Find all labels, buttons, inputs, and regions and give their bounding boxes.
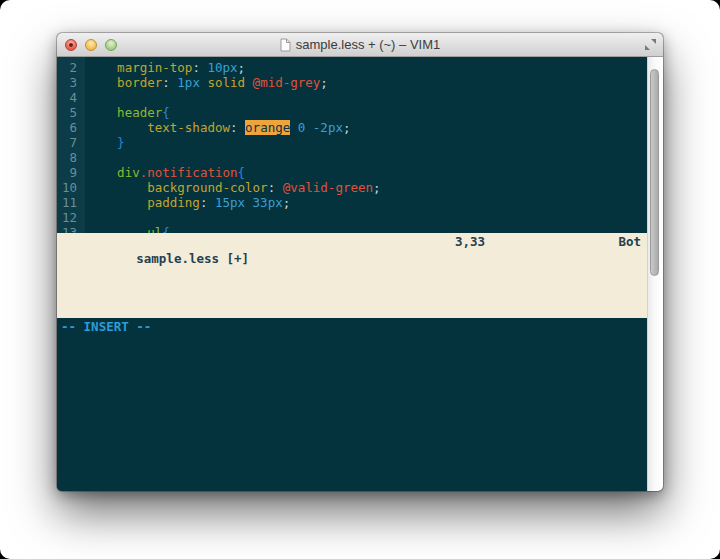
code-token: .notification — [140, 165, 238, 180]
code-token: header — [117, 105, 162, 120]
code-line[interactable]: 5 header{ — [57, 105, 647, 120]
code-line[interactable]: 2 margin-top: 10px; — [57, 60, 647, 75]
line-number: 6 — [57, 120, 77, 135]
code-token: margin-top — [117, 60, 192, 75]
scrollbar-track[interactable] — [647, 57, 663, 491]
scrollbar-thumb[interactable] — [650, 69, 659, 276]
line-number: 8 — [57, 150, 77, 165]
code-token: ; — [283, 195, 291, 210]
code-token: : — [162, 75, 177, 90]
code-token: solid — [207, 75, 245, 90]
code-line[interactable]: 9 div.notification{ — [57, 165, 647, 180]
code-token: { — [162, 225, 170, 233]
search-highlight: orange — [245, 120, 290, 135]
code-token: 15px 33px — [215, 195, 283, 210]
code-line[interactable]: 6 text-shadow: orange 0 -2px; — [57, 120, 647, 135]
code-line[interactable]: 13 ul{ — [57, 225, 647, 233]
line-number: 13 — [57, 225, 77, 233]
line-number: 12 — [57, 210, 77, 225]
code-token — [87, 135, 117, 150]
code-line[interactable]: 3 border: 1px solid @mid-grey; — [57, 75, 647, 90]
editor-column: 2 margin-top: 10px;3 border: 1px solid @… — [57, 57, 647, 491]
fullscreen-icon[interactable] — [644, 38, 657, 51]
code-token — [87, 75, 117, 90]
desktop-background: sample.less + (~) – VIM1 2 margin-top: 1… — [0, 0, 720, 559]
code-token: : — [192, 60, 207, 75]
code-token: { — [238, 165, 246, 180]
code-line[interactable]: 10 background-color: @valid-green; — [57, 180, 647, 195]
statusline-filename: sample.less [+] — [136, 251, 249, 266]
line-number: 7 — [57, 135, 77, 150]
vim-statusline: sample.less [+] 3,33 Bot — [57, 233, 647, 318]
code-token: ; — [343, 120, 351, 135]
window-title: sample.less + (~) – VIM1 — [296, 37, 441, 52]
code-token: div — [117, 165, 140, 180]
line-number: 3 — [57, 75, 77, 90]
line-number: 11 — [57, 195, 77, 210]
zoom-button[interactable] — [105, 39, 117, 51]
code-token: padding — [147, 195, 200, 210]
code-token: } — [117, 135, 125, 150]
code-line[interactable]: 4 — [57, 90, 647, 105]
statusline-ruler: 3,33 — [455, 233, 485, 250]
code-area[interactable]: 2 margin-top: 10px;3 border: 1px solid @… — [57, 57, 647, 233]
code-token: 1px — [177, 75, 200, 90]
code-token: @valid-green — [283, 180, 373, 195]
window-controls — [57, 39, 117, 51]
title-area: sample.less + (~) – VIM1 — [57, 33, 663, 56]
line-number: 2 — [57, 60, 77, 75]
line-number: 10 — [57, 180, 77, 195]
code-line[interactable]: 8 — [57, 150, 647, 165]
code-token — [87, 105, 117, 120]
code-token: @mid-grey — [253, 75, 321, 90]
code-token — [87, 120, 147, 135]
vim-mode-message: -- INSERT -- — [57, 318, 647, 491]
document-icon — [280, 38, 291, 52]
code-line[interactable]: 7 } — [57, 135, 647, 150]
code-token: : — [268, 180, 283, 195]
code-token — [87, 165, 117, 180]
code-token: ; — [238, 60, 246, 75]
window-body: 2 margin-top: 10px;3 border: 1px solid @… — [57, 57, 663, 491]
code-token: border — [117, 75, 162, 90]
code-token — [87, 60, 117, 75]
code-line[interactable]: 11 padding: 15px 33px; — [57, 195, 647, 210]
code-token: 10px — [207, 60, 237, 75]
code-token: ; — [320, 75, 328, 90]
code-token: : — [200, 195, 215, 210]
code-token — [87, 195, 147, 210]
code-token: : — [230, 120, 245, 135]
code-token — [305, 120, 313, 135]
line-number: 5 — [57, 105, 77, 120]
code-token: text-shadow — [147, 120, 230, 135]
close-button[interactable] — [65, 39, 77, 51]
minimize-button[interactable] — [85, 39, 97, 51]
title-bar[interactable]: sample.less + (~) – VIM1 — [57, 33, 663, 57]
statusline-scroll-position: Bot — [618, 233, 641, 250]
line-number: 4 — [57, 90, 77, 105]
code-token: ul — [147, 225, 162, 233]
code-token: background-color — [147, 180, 267, 195]
code-token — [245, 75, 253, 90]
code-token — [87, 180, 147, 195]
code-token: -2px — [313, 120, 343, 135]
vim-window: sample.less + (~) – VIM1 2 margin-top: 1… — [57, 33, 663, 491]
code-token: { — [162, 105, 170, 120]
line-number: 9 — [57, 165, 77, 180]
code-token — [87, 225, 147, 233]
code-line[interactable]: 12 — [57, 210, 647, 225]
code-token: ; — [373, 180, 381, 195]
code-token — [290, 120, 298, 135]
